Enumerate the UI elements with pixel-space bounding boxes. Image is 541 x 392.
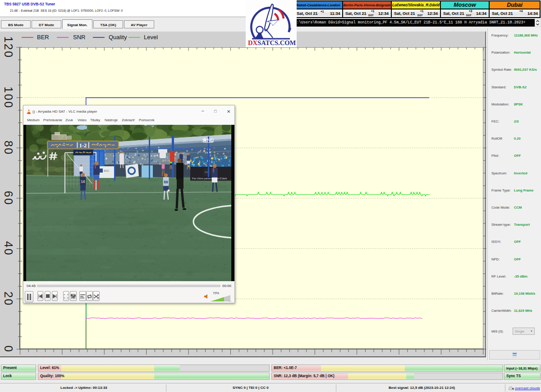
svg-text:Fier d'être partenaire de D'da: Fier d'être partenaire de D'darb: [192, 177, 227, 180]
svg-text:100: 100: [2, 87, 15, 109]
svg-text:40: 40: [2, 241, 15, 256]
svg-text:16: 16: [81, 179, 85, 184]
svg-text:60: 60: [2, 191, 15, 206]
svg-text:20: 20: [2, 292, 15, 306]
svg-text:1-2: 1-2: [79, 142, 87, 149]
svg-text:DXSATCS.COM: DXSATCS.COM: [248, 39, 296, 46]
svg-text:120: 120: [2, 36, 15, 58]
svg-text:SCC: SCC: [104, 169, 109, 172]
svg-text:69: 69: [164, 180, 168, 184]
svg-text:0: 0: [2, 346, 15, 353]
svg-text:80: 80: [2, 141, 15, 155]
